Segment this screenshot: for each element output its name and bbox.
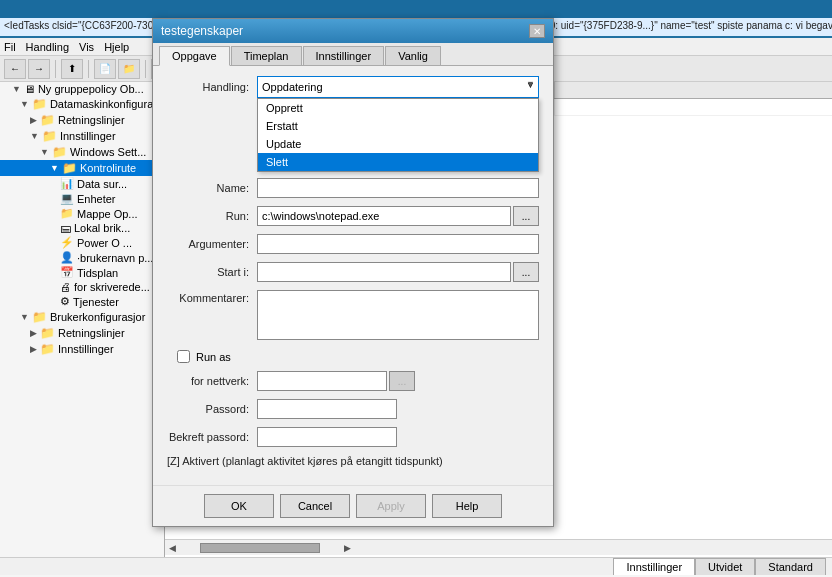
tree-item-for-skriverede[interactable]: 🖨 for skriverede... — [0, 280, 164, 294]
dropdown-item-opprett[interactable]: Opprett — [258, 99, 538, 117]
dialog-body: Handling: Oppdatering ▼ Opprett Erstatt … — [153, 66, 553, 485]
menu-handling[interactable]: Handling — [26, 41, 69, 53]
aktivert-row: [Z] Aktivert (planlagt aktivitet kjøres … — [167, 455, 539, 467]
tree-item-data-sur[interactable]: 📊 Data sur... — [0, 176, 164, 191]
folder-icon3: 📁 — [42, 129, 57, 143]
for-nettverk-label: for nettverk: — [167, 375, 257, 387]
handling-select[interactable]: Oppdatering — [257, 76, 539, 98]
bekreft-passord-input[interactable] — [257, 427, 397, 447]
run-input[interactable] — [257, 206, 511, 226]
dialog-testegenskaper: testegenskaper ✕ Oppgave Timeplan Innsti… — [152, 18, 554, 527]
new-doc-button[interactable]: 📄 — [94, 59, 116, 79]
ok-button[interactable]: OK — [204, 494, 274, 518]
folder-button[interactable]: 📁 — [118, 59, 140, 79]
expand-icon4: ▼ — [30, 131, 39, 141]
scroll-left-arrow[interactable]: ◀ — [165, 542, 180, 554]
tree-item-lokal-brik[interactable]: 🖴 Lokal brik... — [0, 221, 164, 235]
folder-icon4: 📁 — [52, 145, 67, 159]
folder-icon5: 📁 — [62, 161, 77, 175]
tree-item-kontrolirute[interactable]: ▼ 📁 Kontrolirute — [0, 160, 164, 176]
kommentarer-textarea[interactable] — [257, 290, 539, 340]
item-icon8: 🖨 — [60, 281, 71, 293]
tree-item-windows-sett[interactable]: ▼ 📁 Windows Sett... — [0, 144, 164, 160]
for-nettverk-browse-button[interactable]: ... — [389, 371, 415, 391]
dialog-tab-oppgave[interactable]: Oppgave — [159, 46, 230, 66]
dropdown-item-erstatt[interactable]: Erstatt — [258, 117, 538, 135]
passord-label: Passord: — [167, 403, 257, 415]
dialog-tab-timeplan[interactable]: Timeplan — [231, 46, 302, 65]
run-as-checkbox[interactable] — [177, 350, 190, 363]
start-i-input[interactable] — [257, 262, 511, 282]
tree-item-root[interactable]: ▼ 🖥 Ny gruppepolicy Ob... — [0, 82, 164, 96]
menu-fil[interactable]: Fil — [4, 41, 16, 53]
tree-item-enheter[interactable]: 💻 Enheter — [0, 191, 164, 206]
apply-button[interactable]: Apply — [356, 494, 426, 518]
tab-innstillinger[interactable]: Innstillinger — [613, 558, 695, 575]
tree-item-datamaskinkonfig[interactable]: ▼ 📁 Datamaskinkonfigurasjone — [0, 96, 164, 112]
tree-item-brukernavn[interactable]: 👤 ·brukernavn p... — [0, 250, 164, 265]
bekreft-passord-row: Bekreft passord: — [167, 427, 539, 447]
forward-button[interactable]: → — [28, 59, 50, 79]
tree-item-innstillinger[interactable]: ▼ 📁 Innstillinger — [0, 128, 164, 144]
tree-item-mappe-op[interactable]: 📁 Mappe Op... — [0, 206, 164, 221]
tree-item-tidsplan[interactable]: 📅 Tidsplan — [0, 265, 164, 280]
argumenter-input[interactable] — [257, 234, 539, 254]
dialog-titlebar: testegenskaper ✕ — [153, 19, 553, 43]
help-button[interactable]: Help — [432, 494, 502, 518]
tree-item-brukerkonfig[interactable]: ▼ 📁 Brukerkonfigurasjor — [0, 309, 164, 325]
argumenter-label: Argumenter: — [167, 238, 257, 250]
menu-vis[interactable]: Vis — [79, 41, 94, 53]
tab-utvidet[interactable]: Utvidet — [695, 558, 755, 575]
tree-item-tjenester[interactable]: ⚙ Tjenester — [0, 294, 164, 309]
item-icon9: ⚙ — [60, 295, 70, 308]
expand-icon: ▼ — [12, 84, 21, 94]
expand-icon-inn2: ▶ — [30, 344, 37, 354]
dialog-close-button[interactable]: ✕ — [529, 24, 545, 38]
aktivert-text: [Z] Aktivert (planlagt aktivitet kjøres … — [167, 455, 443, 467]
bekreft-passord-label: Bekreft passord: — [167, 431, 257, 443]
start-i-field-wrapper: ... — [257, 262, 539, 282]
passord-input[interactable] — [257, 399, 397, 419]
tree-label17: Retningslinjer — [58, 327, 125, 339]
run-row: Run: ... — [167, 206, 539, 226]
start-i-browse-button[interactable]: ... — [513, 262, 539, 282]
dropdown-list: Opprett Erstatt Update Slett — [257, 98, 539, 172]
menu-hjelp[interactable]: Hjelp — [104, 41, 129, 53]
run-as-row: Run as — [167, 350, 539, 363]
toolbar-separator — [55, 60, 56, 78]
dialog-tab-innstillinger[interactable]: Innstillinger — [303, 46, 385, 65]
name-field-wrapper — [257, 178, 539, 198]
cancel-button[interactable]: Cancel — [280, 494, 350, 518]
scroll-thumb[interactable] — [200, 543, 320, 553]
dropdown-item-slett[interactable]: Slett — [258, 153, 538, 171]
start-i-label: Start i: — [167, 266, 257, 278]
for-nettverk-row: for nettverk: ... — [167, 371, 539, 391]
toolbar-separator3 — [145, 60, 146, 78]
back-button[interactable]: ← — [4, 59, 26, 79]
run-browse-button[interactable]: ... — [513, 206, 539, 226]
kommentarer-field-wrapper — [257, 290, 539, 342]
tree-pane: ▼ 🖥 Ny gruppepolicy Ob... ▼ 📁 Datamaskin… — [0, 82, 165, 557]
scroll-right-arrow[interactable]: ▶ — [340, 542, 355, 554]
passord-row: Passord: — [167, 399, 539, 419]
horizontal-scrollbar[interactable]: ◀ ▶ — [165, 539, 832, 555]
for-nettverk-input[interactable] — [257, 371, 387, 391]
up-button[interactable]: ⬆ — [61, 59, 83, 79]
tree-item-power-o[interactable]: ⚡ Power O ... — [0, 235, 164, 250]
handling-label: Handling: — [167, 81, 257, 93]
argumenter-field-wrapper — [257, 234, 539, 254]
tree-item-retningslinjer2[interactable]: ▶ 📁 Retningslinjer — [0, 325, 164, 341]
expand-icon5: ▼ — [40, 147, 49, 157]
tab-standard[interactable]: Standard — [755, 558, 826, 575]
tree-label10: Lokal brik... — [74, 222, 130, 234]
tree-item-retningslinjer[interactable]: ▶ 📁 Retningslinjer — [0, 112, 164, 128]
run-as-label: Run as — [196, 351, 231, 363]
tree-label6: Kontrolirute — [80, 162, 136, 174]
dropdown-item-update[interactable]: Update — [258, 135, 538, 153]
name-input[interactable] — [257, 178, 539, 198]
tree-label13: Tidsplan — [77, 267, 118, 279]
dialog-tab-vanlig[interactable]: Vanlig — [385, 46, 441, 65]
tree-item-innstillinger2[interactable]: ▶ 📁 Innstillinger — [0, 341, 164, 357]
folder-icon-ret2: 📁 — [40, 326, 55, 340]
folder-icon2: 📁 — [40, 113, 55, 127]
